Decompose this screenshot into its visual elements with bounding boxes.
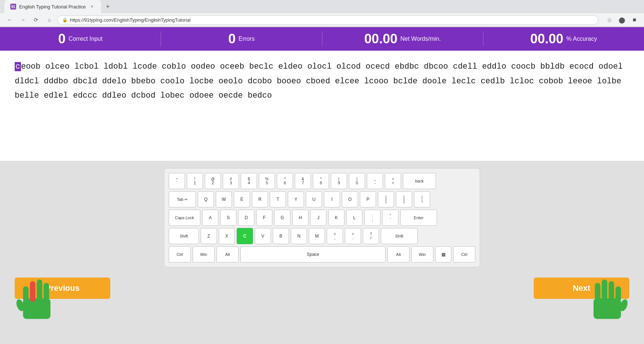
key-a[interactable]: A [202, 210, 218, 226]
stats-bar: 0 Correct Input 0 Errors 00.00 Net Words… [0, 27, 644, 51]
profile-button[interactable]: ⬤ [617, 15, 627, 25]
key-backslash[interactable]: |\ [414, 191, 430, 207]
key-2[interactable]: @2 [205, 173, 221, 189]
key-o[interactable]: O [342, 191, 358, 207]
svg-rect-1 [23, 286, 29, 302]
left-hand-icon [15, 271, 59, 322]
back-button[interactable]: ← [4, 15, 15, 25]
key-z[interactable]: Z [201, 228, 217, 244]
correct-input-label: Correct Input [68, 36, 102, 42]
key-5[interactable]: %5 [259, 173, 275, 189]
key-bracket-close[interactable]: }] [396, 191, 412, 207]
key-4[interactable]: $4 [241, 173, 257, 189]
key-space[interactable]: Space [240, 246, 386, 262]
key-m[interactable]: M [309, 228, 325, 244]
accuracy-value: 00.00 [530, 31, 564, 47]
key-g[interactable]: G [274, 210, 290, 226]
keyboard-row-bottom: Ctrl Win Alt Space Alt Win ▩ Ctrl [169, 246, 475, 262]
key-8[interactable]: *8 [313, 173, 329, 189]
key-t[interactable]: T [270, 191, 286, 207]
svg-rect-7 [595, 283, 600, 302]
forward-button[interactable]: → [18, 15, 28, 25]
key-i[interactable]: I [324, 191, 340, 207]
key-bracket-open[interactable]: {[ [378, 191, 394, 207]
nav-buttons: Previous Next [0, 273, 644, 303]
key-1[interactable]: !1 [187, 173, 203, 189]
key-c[interactable]: C [237, 228, 253, 244]
key-menu[interactable]: ▩ [435, 246, 451, 262]
key-comma[interactable]: <, [327, 228, 343, 244]
key-f[interactable]: F [256, 210, 272, 226]
key-alt-right[interactable]: Alt [387, 246, 409, 262]
key-ctrl-left[interactable]: Ctrl [169, 246, 191, 262]
reload-button[interactable]: ⟳ [31, 15, 41, 25]
errors-value: 0 [228, 31, 236, 47]
url-bar[interactable]: 🔒 https://91typing.com/EnglishTyping/Eng… [57, 15, 598, 25]
key-n[interactable]: N [291, 228, 307, 244]
new-tab-button[interactable]: + [103, 1, 113, 12]
key-backspace[interactable]: back [403, 173, 436, 189]
key-enter[interactable]: Enter [400, 210, 437, 226]
key-period[interactable]: >. [345, 228, 361, 244]
key-p[interactable]: P [360, 191, 376, 207]
key-k[interactable]: K [328, 210, 344, 226]
key-h[interactable]: H [292, 210, 308, 226]
current-char: c [15, 62, 21, 71]
key-win-left[interactable]: Win [193, 246, 215, 262]
key-b[interactable]: B [273, 228, 289, 244]
key-s[interactable]: S [220, 210, 236, 226]
key-e[interactable]: E [234, 191, 250, 207]
keyboard-wrapper: ~` !1 @2 #3 $4 %5 ^6 &7 *8 (9 )0 _- += b… [0, 168, 644, 267]
left-hand-container [15, 271, 59, 322]
key-alt-left[interactable]: Alt [217, 246, 239, 262]
key-slash[interactable]: ?/ [363, 228, 379, 244]
tab-close-button[interactable]: × [89, 3, 95, 10]
key-u[interactable]: U [306, 191, 322, 207]
key-backtick[interactable]: ~` [169, 173, 185, 189]
keyboard-row-numbers: ~` !1 @2 #3 $4 %5 ^6 &7 *8 (9 )0 _- += b… [169, 173, 475, 189]
extensions-button[interactable]: ■ [629, 15, 640, 25]
key-win-right[interactable]: Win [411, 246, 433, 262]
key-tab[interactable]: Tab ↵ [169, 191, 196, 207]
key-6[interactable]: ^6 [277, 173, 293, 189]
net-words-value: 00.00 [364, 31, 397, 47]
correct-input-stat: 0 Correct Input [0, 31, 161, 47]
correct-input-value: 0 [58, 31, 65, 47]
svg-rect-3 [37, 279, 42, 302]
key-0[interactable]: )0 [349, 173, 365, 189]
key-r[interactable]: R [252, 191, 268, 207]
svg-rect-8 [602, 279, 607, 302]
errors-stat: 0 Errors [161, 31, 322, 47]
key-l[interactable]: L [346, 210, 362, 226]
key-shift-right[interactable]: Shift [381, 228, 418, 244]
key-caps-lock[interactable]: Caps Lock [169, 210, 200, 226]
svg-rect-10 [615, 286, 621, 302]
home-button[interactable]: ⌂ [44, 15, 54, 25]
key-v[interactable]: V [255, 228, 271, 244]
key-shift-left[interactable]: Shift [169, 228, 199, 244]
key-j[interactable]: J [310, 210, 326, 226]
net-words-label: Net Words/min. [400, 36, 441, 42]
key-9[interactable]: (9 [331, 173, 347, 189]
browser-tab[interactable]: 91 English Typing Tutorial Practice × [4, 0, 101, 13]
key-semicolon[interactable]: :; [364, 210, 380, 226]
right-hand-container [585, 271, 629, 322]
key-minus[interactable]: _- [367, 173, 383, 189]
errors-label: Errors [239, 36, 255, 42]
right-hand-icon [585, 271, 629, 322]
svg-rect-9 [609, 281, 614, 302]
bookmark-button[interactable]: ☆ [604, 15, 615, 25]
key-7[interactable]: &7 [295, 173, 311, 189]
key-quote[interactable]: "' [382, 210, 398, 226]
keyboard-row-asdf: Caps Lock A S D F G H J K L :; "' Enter [169, 210, 475, 226]
key-q[interactable]: Q [198, 191, 214, 207]
key-y[interactable]: Y [288, 191, 304, 207]
key-w[interactable]: W [216, 191, 232, 207]
key-ctrl-right[interactable]: Ctrl [453, 246, 475, 262]
key-3[interactable]: #3 [223, 173, 239, 189]
key-equals[interactable]: += [385, 173, 401, 189]
key-x[interactable]: X [219, 228, 235, 244]
typing-area[interactable]: ceoob olceo lcbol ldobl lcode coblo oode… [0, 51, 644, 161]
key-d[interactable]: D [238, 210, 254, 226]
keyboard-row-qwerty: Tab ↵ Q W E R T Y U I O P {[ }] |\ [169, 191, 475, 207]
